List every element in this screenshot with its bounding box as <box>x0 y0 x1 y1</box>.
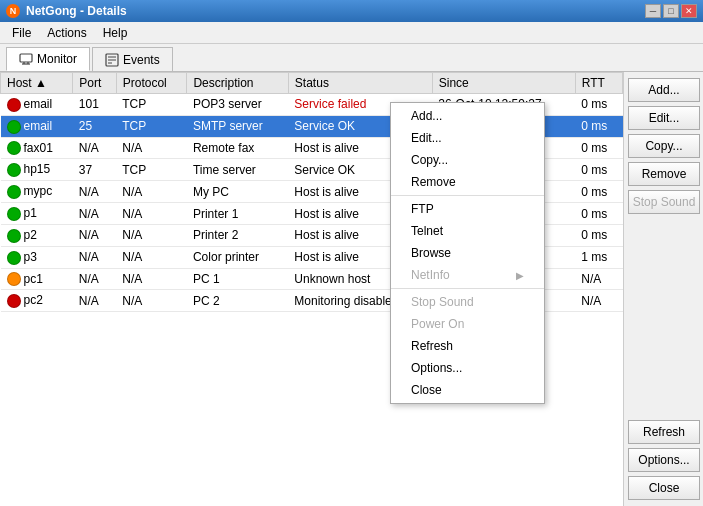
col-protocol[interactable]: Protocol <box>116 73 187 94</box>
ctx-item-label: Options... <box>411 361 462 375</box>
col-status[interactable]: Status <box>288 73 432 94</box>
cell-description: Remote fax <box>187 137 288 159</box>
cell-protocol: N/A <box>116 137 187 159</box>
ctx-item-label: FTP <box>411 202 434 216</box>
ctx-item-options---[interactable]: Options... <box>391 357 544 379</box>
menu-help[interactable]: Help <box>95 24 136 42</box>
cell-description: SMTP server <box>187 115 288 137</box>
events-icon <box>105 53 119 67</box>
row-status-icon <box>7 207 21 221</box>
ctx-separator <box>391 195 544 196</box>
ctx-item-label: Refresh <box>411 339 453 353</box>
ctx-item-power-on: Power On <box>391 313 544 335</box>
cell-description: Time server <box>187 159 288 181</box>
monitor-icon <box>19 52 33 66</box>
main-area: Host ▲ Port Protocol Description Status … <box>0 72 703 506</box>
minimize-button[interactable]: ─ <box>645 4 661 18</box>
window-title: NetGong - Details <box>26 4 127 18</box>
host-name: mypc <box>24 184 53 198</box>
cell-rtt: 0 ms <box>575 137 622 159</box>
ctx-item-label: Remove <box>411 175 456 189</box>
ctx-item-refresh[interactable]: Refresh <box>391 335 544 357</box>
cell-protocol: N/A <box>116 246 187 268</box>
col-port[interactable]: Port <box>73 73 116 94</box>
cell-port: 37 <box>73 159 116 181</box>
ctx-item-label: Stop Sound <box>411 295 474 309</box>
cell-description: Color printer <box>187 246 288 268</box>
row-status-icon <box>7 294 21 308</box>
copy-button[interactable]: Copy... <box>628 134 700 158</box>
cell-protocol: N/A <box>116 181 187 203</box>
ctx-item-label: NetInfo <box>411 268 450 282</box>
window: N NetGong - Details ─ □ ✕ File Actions H… <box>0 0 703 506</box>
cell-port: N/A <box>73 224 116 246</box>
ctx-item-label: Copy... <box>411 153 448 167</box>
maximize-button[interactable]: □ <box>663 4 679 18</box>
edit-button[interactable]: Edit... <box>628 106 700 130</box>
cell-protocol: N/A <box>116 224 187 246</box>
cell-rtt: 0 ms <box>575 94 622 116</box>
cell-description: PC 1 <box>187 268 288 290</box>
ctx-item-label: Power On <box>411 317 464 331</box>
menu-actions[interactable]: Actions <box>39 24 94 42</box>
options-button[interactable]: Options... <box>628 448 700 472</box>
ctx-item-add---[interactable]: Add... <box>391 105 544 127</box>
ctx-item-label: Browse <box>411 246 451 260</box>
tab-events[interactable]: Events <box>92 47 173 71</box>
host-name: p2 <box>24 228 37 242</box>
cell-protocol: N/A <box>116 268 187 290</box>
ctx-item-label: Edit... <box>411 131 442 145</box>
row-status-icon <box>7 251 21 265</box>
cell-protocol: TCP <box>116 159 187 181</box>
ctx-item-browse[interactable]: Browse <box>391 242 544 264</box>
col-since[interactable]: Since <box>432 73 575 94</box>
add-button[interactable]: Add... <box>628 78 700 102</box>
cell-description: PC 2 <box>187 290 288 312</box>
col-host[interactable]: Host ▲ <box>1 73 73 94</box>
host-name: email <box>24 119 53 133</box>
tab-events-label: Events <box>123 53 160 67</box>
remove-button[interactable]: Remove <box>628 162 700 186</box>
row-status-icon <box>7 141 21 155</box>
cell-protocol: TCP <box>116 94 187 116</box>
cell-description: My PC <box>187 181 288 203</box>
col-description[interactable]: Description <box>187 73 288 94</box>
ctx-item-close[interactable]: Close <box>391 379 544 401</box>
cell-port: N/A <box>73 268 116 290</box>
host-name: p3 <box>24 250 37 264</box>
svg-rect-0 <box>20 54 32 62</box>
menu-bar: File Actions Help <box>0 22 703 44</box>
row-status-icon <box>7 272 21 286</box>
close-main-button[interactable]: Close <box>628 476 700 500</box>
cell-port: 25 <box>73 115 116 137</box>
tab-monitor[interactable]: Monitor <box>6 47 90 71</box>
tab-bar: Monitor Events <box>0 44 703 72</box>
ctx-separator <box>391 288 544 289</box>
ctx-item-edit---[interactable]: Edit... <box>391 127 544 149</box>
submenu-arrow-icon: ▶ <box>516 270 524 281</box>
ctx-item-ftp[interactable]: FTP <box>391 198 544 220</box>
host-name: p1 <box>24 206 37 220</box>
tab-monitor-label: Monitor <box>37 52 77 66</box>
cell-rtt: 0 ms <box>575 115 622 137</box>
ctx-item-telnet[interactable]: Telnet <box>391 220 544 242</box>
menu-file[interactable]: File <box>4 24 39 42</box>
ctx-item-remove[interactable]: Remove <box>391 171 544 193</box>
host-name: pc1 <box>24 272 43 286</box>
cell-rtt: 0 ms <box>575 159 622 181</box>
row-status-icon <box>7 120 21 134</box>
table-area[interactable]: Host ▲ Port Protocol Description Status … <box>0 72 623 506</box>
refresh-button[interactable]: Refresh <box>628 420 700 444</box>
ctx-item-label: Close <box>411 383 442 397</box>
cell-port: N/A <box>73 181 116 203</box>
cell-protocol: N/A <box>116 290 187 312</box>
cell-port: N/A <box>73 203 116 225</box>
stop-sound-button[interactable]: Stop Sound <box>628 190 700 214</box>
cell-rtt: 1 ms <box>575 246 622 268</box>
window-controls: ─ □ ✕ <box>645 4 697 18</box>
ctx-item-copy---[interactable]: Copy... <box>391 149 544 171</box>
row-status-icon <box>7 163 21 177</box>
col-rtt[interactable]: RTT <box>575 73 622 94</box>
cell-description: Printer 2 <box>187 224 288 246</box>
close-button[interactable]: ✕ <box>681 4 697 18</box>
